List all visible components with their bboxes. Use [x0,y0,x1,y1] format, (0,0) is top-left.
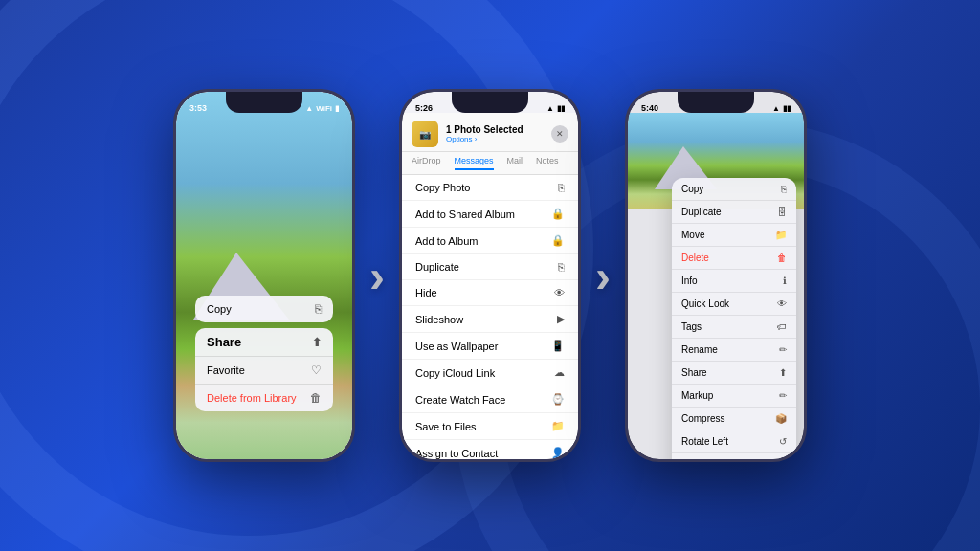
phone-3: 5:40 ▲ ▮▮ Copy ⎘ Duplicate 🗄 M [625,89,807,462]
phone2-status-icons: ▲ ▮▮ [546,104,565,113]
panel-rename-icon: ✏ [779,344,787,355]
panel-copy[interactable]: Copy ⎘ [672,178,796,201]
menu-item-favorite[interactable]: Favorite ♡ [195,357,333,385]
panel-tag-icon: 🏷 [777,321,787,332]
trash-icon: 🗑 [310,391,322,405]
panel-rotate-right[interactable]: Rotate Right ↻ [672,453,796,459]
share-close-button[interactable]: ✕ [551,125,568,143]
phone3-notch [678,92,754,113]
panel-quicklook[interactable]: Quick Look 👁 [672,293,796,316]
menu-row-icloud[interactable]: Copy iCloud Link ☁ [402,360,578,386]
panel-delete[interactable]: Delete 🗑 [672,247,796,270]
share-title: 1 Photo Selected [446,124,544,135]
files-icon: 📁 [551,420,565,432]
panel-info-icon: ℹ [783,276,787,286]
menu-item-share[interactable]: Share ⬆ [195,328,333,357]
icloud-icon: ☁ [554,366,565,379]
phone3-time: 5:40 [641,103,658,113]
tab-messages[interactable]: Messages [455,156,494,170]
phone2-notch [452,92,528,113]
panel-markup-icon: ✏ [779,390,787,401]
tab-mail[interactable]: Mail [507,156,523,170]
phone-1: 3:53 ▲ WiFi ▮ Copy ⎘ Share ⬆ [173,89,355,462]
main-scene: 3:53 ▲ WiFi ▮ Copy ⎘ Share ⬆ [173,89,807,462]
phone1-context-menu: Copy ⎘ Share ⬆ Favorite ♡ Delete from Li… [195,296,333,411]
panel-compress[interactable]: Compress 📦 [672,408,796,430]
duplicate-icon: ⎘ [558,261,565,273]
phone2-screen: 5:26 ▲ ▮▮ 📷 1 Photo Selected Options › ✕… [402,92,578,459]
tab-notes[interactable]: Notes [536,156,559,170]
phone3-status-icons: ▲ ▮▮ [772,104,791,113]
phone1-notch [226,92,302,113]
panel-delete-icon: 🗑 [777,253,787,263]
wallpaper-icon: 📱 [551,340,565,352]
menu-row-assign-contact[interactable]: Assign to Contact 👤 [402,440,578,459]
slideshow-icon: ▶ [557,313,565,325]
phone1-screen: 3:53 ▲ WiFi ▮ Copy ⎘ Share ⬆ [176,92,352,459]
panel-copy-icon: ⎘ [781,184,787,194]
menu-item-delete[interactable]: Delete from Library 🗑 [195,385,333,411]
watch-icon: ⌚ [551,393,565,406]
panel-move[interactable]: Move 📁 [672,224,796,247]
panel-rotate-left-icon: ↺ [779,436,787,447]
menu-row-watch-face[interactable]: Create Watch Face ⌚ [402,386,578,413]
contact-icon: 👤 [551,447,565,459]
phone-2: 5:26 ▲ ▮▮ 📷 1 Photo Selected Options › ✕… [399,89,581,462]
arrow-2: › [590,250,615,302]
share-subtitle: Options › [446,135,544,143]
phone1-time: 3:53 [189,103,207,113]
menu-row-save-files[interactable]: Save to Files 📁 [402,413,578,440]
panel-rename[interactable]: Rename ✏ [672,339,796,362]
panel-move-icon: 📁 [775,230,787,240]
copy-icon: ⎘ [315,302,322,316]
panel-compress-icon: 📦 [775,413,787,424]
menu-row-copy-photo[interactable]: Copy Photo ⎘ [402,175,578,201]
phone3-screen: 5:40 ▲ ▮▮ Copy ⎘ Duplicate 🗄 M [628,92,804,459]
menu-item-copy[interactable]: Copy ⎘ [195,296,333,322]
panel-duplicate[interactable]: Duplicate 🗄 [672,201,796,224]
phone3-context-panel: Copy ⎘ Duplicate 🗄 Move 📁 Delete 🗑 Info [672,178,796,459]
share-tabs: AirDrop Messages Mail Notes [402,152,578,175]
panel-rotate-left[interactable]: Rotate Left ↺ [672,430,796,453]
photos-app-icon: 📷 [412,121,438,147]
panel-share[interactable]: Share ⬆ [672,362,796,385]
share-icon: ⬆ [312,336,322,349]
panel-eye-icon: 👁 [777,298,787,309]
share-header-text: 1 Photo Selected Options › [446,124,544,143]
share-menu-list: Copy Photo ⎘ Add to Shared Album 🔒 Add t… [402,175,578,459]
copy-photo-icon: ⎘ [558,182,565,193]
panel-tags[interactable]: Tags 🏷 [672,316,796,339]
panel-info[interactable]: Info ℹ [672,270,796,293]
hide-icon: 👁 [554,287,565,298]
shared-album-icon: 🔒 [551,208,565,220]
panel-markup[interactable]: Markup ✏ [672,385,796,408]
tab-airdrop[interactable]: AirDrop [412,156,441,170]
share-sheet-header: 📷 1 Photo Selected Options › ✕ [402,113,578,152]
menu-row-slideshow[interactable]: Slideshow ▶ [402,306,578,333]
menu-row-add-album[interactable]: Add to Album 🔒 [402,228,578,254]
heart-icon: ♡ [311,364,322,377]
menu-row-hide[interactable]: Hide 👁 [402,280,578,306]
arrow-1: › [365,250,390,302]
menu-row-duplicate[interactable]: Duplicate ⎘ [402,254,578,280]
menu-row-wallpaper[interactable]: Use as Wallpaper 📱 [402,333,578,360]
panel-share-icon: ⬆ [779,367,787,378]
phone1-status-icons: ▲ WiFi ▮ [305,104,339,113]
menu-row-shared-album[interactable]: Add to Shared Album 🔒 [402,201,578,228]
panel-dup-icon: 🗄 [777,207,787,217]
add-album-icon: 🔒 [551,234,565,247]
phone2-time: 5:26 [415,103,433,113]
